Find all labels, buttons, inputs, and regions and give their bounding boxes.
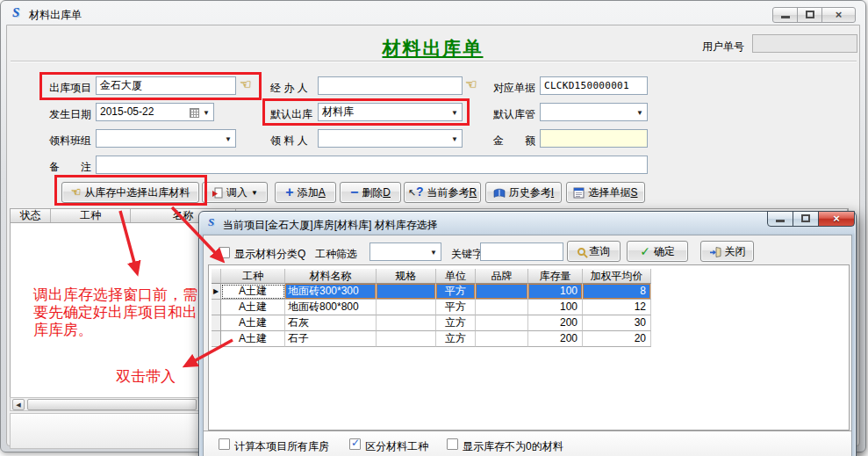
column-unit[interactable]: 单位 (436, 269, 476, 284)
amount-field[interactable] (540, 129, 648, 148)
cell-brand[interactable] (476, 315, 528, 331)
calendar-icon[interactable] (190, 108, 199, 118)
import-label: 调入 (226, 185, 247, 200)
import-doc-icon (212, 187, 223, 199)
project-field[interactable]: 金石大厦 (96, 76, 236, 95)
chevron-down-icon[interactable]: ▼ (225, 136, 232, 143)
current-ref-label: 当前参考R (427, 185, 477, 200)
table-row[interactable]: A土建 石子 立方 200 20 (212, 331, 651, 347)
remark-field[interactable] (96, 156, 648, 174)
calc-all-checkbox[interactable] (219, 438, 230, 450)
close-popup-label: 关闭 (725, 244, 746, 259)
cell-stock-qty[interactable]: 200 (528, 315, 583, 331)
popup-close-button[interactable]: × (818, 211, 855, 227)
import-button[interactable]: 调入 ▼ (202, 182, 268, 203)
cell-brand[interactable] (476, 284, 528, 300)
picker-combo[interactable]: ▼ (318, 129, 463, 148)
project-label: 出库项目 (49, 81, 91, 96)
close-popup-button[interactable]: 关闭 (700, 241, 754, 262)
chevron-down-icon[interactable]: ▼ (451, 110, 458, 117)
popup-maximize-button[interactable] (793, 211, 819, 227)
cell-unit[interactable]: 立方 (436, 315, 476, 331)
cell-trade[interactable]: A土建 (221, 331, 285, 347)
cell-material-name[interactable]: 地面砖800*800 (285, 300, 377, 315)
keeper-label: 默认库管 (493, 107, 535, 122)
column-stock-qty[interactable]: 库存量 (528, 269, 583, 284)
chevron-down-icon[interactable]: ▼ (203, 110, 210, 117)
cell-avg-price[interactable]: 20 (583, 331, 651, 347)
user-no-field[interactable] (752, 34, 857, 53)
popup-minimize-button[interactable] (767, 211, 793, 227)
nonzero-checkbox[interactable] (447, 438, 458, 450)
cell-unit[interactable]: 平方 (436, 284, 476, 300)
cell-unit[interactable]: 立方 (436, 331, 476, 347)
cell-spec[interactable] (377, 315, 436, 331)
agent-label: 经 办 人 (270, 81, 308, 96)
cell-spec[interactable] (377, 331, 436, 347)
column-avg-price[interactable]: 加权平均价 (583, 269, 651, 284)
date-field[interactable]: 2015-05-22 ▼ (96, 103, 214, 121)
cell-material-name[interactable]: 地面砖300*300 (285, 284, 377, 300)
amount-label: 金 额 (493, 134, 535, 148)
select-from-stock-button[interactable]: ☜ 从库存中选择出库材料 (61, 182, 199, 203)
chevron-down-icon[interactable]: ▼ (251, 189, 258, 197)
table-row[interactable]: A土建 石灰 立方 200 30 (212, 315, 651, 331)
cell-spec[interactable] (377, 284, 436, 300)
minimize-button[interactable] (772, 7, 798, 23)
chevron-down-icon[interactable]: ▼ (451, 136, 458, 143)
chevron-down-icon[interactable]: ▼ (430, 250, 437, 257)
cell-stock-qty[interactable]: 100 (528, 284, 583, 300)
keyword-input[interactable] (480, 242, 563, 261)
close-button[interactable]: × (821, 7, 856, 23)
app-icon: S (208, 216, 214, 228)
distinguish-checkbox[interactable]: ✓ (349, 438, 361, 450)
doc-no-label: 对应单据 (493, 81, 535, 96)
show-category-checkbox[interactable] (219, 247, 230, 258)
column-material-name[interactable]: 材料名称 (285, 269, 377, 284)
add-button[interactable]: + 添加A (275, 182, 336, 203)
cell-trade[interactable]: A土建 (221, 315, 285, 331)
column-spec[interactable]: 规格 (377, 269, 436, 284)
cell-material-name[interactable]: 石子 (285, 331, 377, 347)
agent-picker-hand-icon[interactable]: ☜ (465, 77, 477, 91)
cell-trade[interactable]: A土建 (221, 300, 285, 315)
project-picker-hand-icon[interactable]: ☜ (240, 77, 251, 91)
cell-stock-qty[interactable]: 100 (528, 300, 583, 315)
delete-button[interactable]: − 删除D (340, 182, 401, 203)
page-title: 材料出库单 (371, 36, 494, 61)
warehouse-combo[interactable]: 材料库 ▼ (318, 103, 463, 121)
doc-no-field[interactable]: CLCKD150000001 (540, 76, 648, 95)
history-ref-button[interactable]: 历史参考I (485, 182, 562, 203)
date-label: 发生日期 (49, 107, 91, 122)
column-trade[interactable]: 工种 (51, 209, 131, 222)
keeper-combo[interactable]: ▼ (540, 103, 648, 121)
scroll-left-button[interactable]: ◀ (12, 399, 25, 410)
cell-material-name[interactable]: 石灰 (285, 315, 377, 331)
column-trade[interactable]: 工种 (221, 269, 285, 284)
scrollbar-thumb[interactable] (27, 399, 197, 410)
cell-brand[interactable] (476, 331, 528, 347)
table-row[interactable]: A土建 地面砖800*800 平方 100 12 (212, 300, 651, 315)
query-button[interactable]: 查询 (567, 241, 621, 262)
confirm-button[interactable]: ✓ 确定 (627, 241, 688, 262)
cell-avg-price[interactable]: 12 (583, 300, 651, 315)
cell-avg-price[interactable]: 30 (583, 315, 651, 331)
cell-spec[interactable] (377, 300, 436, 315)
column-brand[interactable]: 品牌 (476, 269, 528, 284)
cell-avg-price[interactable]: 8 (583, 284, 651, 300)
select-doc-button[interactable]: 选择单据S (566, 182, 645, 203)
agent-field[interactable] (318, 76, 463, 95)
column-status[interactable]: 状态 (11, 209, 51, 222)
add-label: 添加A (298, 185, 326, 200)
check-icon: ✓ (640, 246, 650, 257)
cell-brand[interactable] (476, 300, 528, 315)
cell-trade[interactable]: A土建 (221, 284, 285, 300)
trade-filter-combo[interactable]: ▼ (369, 242, 441, 261)
maximize-button[interactable] (797, 7, 822, 23)
cell-unit[interactable]: 平方 (436, 300, 476, 315)
cell-stock-qty[interactable]: 200 (528, 331, 583, 347)
table-row-selected[interactable]: ▶ A土建 地面砖300*300 平方 100 8 (212, 284, 651, 300)
current-ref-button[interactable]: ↖? 当前参考R (404, 182, 481, 203)
chevron-down-icon[interactable]: ▼ (636, 110, 643, 117)
team-combo[interactable]: ▼ (96, 129, 236, 148)
